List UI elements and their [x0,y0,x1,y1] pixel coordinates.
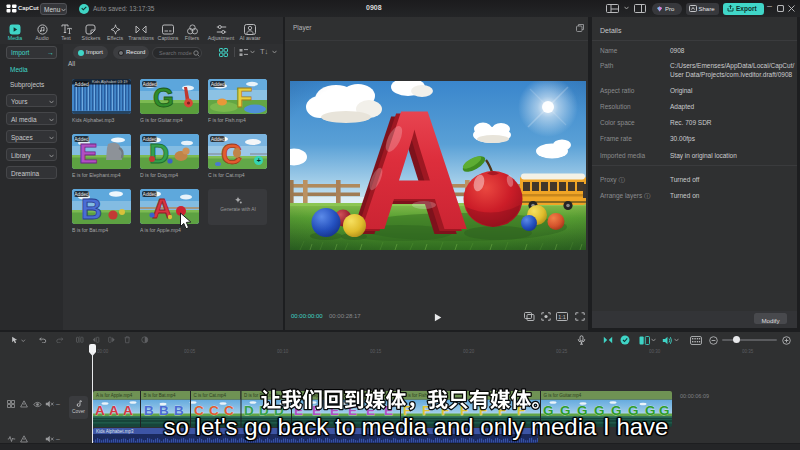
svg-text:B is for Bat.mp4: B is for Bat.mp4 [143,393,176,398]
svg-text:E: E [79,138,98,169]
svg-text:G is for Guitar.mp4: G is for Guitar.mp4 [543,393,581,398]
svg-text:G: G [153,83,174,113]
svg-text:A: A [109,403,119,418]
svg-text:Kids Alphabet 03:19: Kids Alphabet 03:19 [92,79,128,84]
svg-text:A: A [152,193,172,224]
svg-text:A: A [95,403,105,418]
svg-text:B: B [144,403,154,418]
svg-text:1:1: 1:1 [558,314,566,320]
svg-text:A: A [123,403,133,418]
svg-text:C is for Cat.mp4: C is for Cat.mp4 [193,393,226,398]
svg-text:D: D [149,138,169,169]
svg-text:B: B [81,193,102,224]
svg-text:F: F [236,83,253,113]
svg-text:A is for Apple.mp4: A is for Apple.mp4 [96,393,133,398]
